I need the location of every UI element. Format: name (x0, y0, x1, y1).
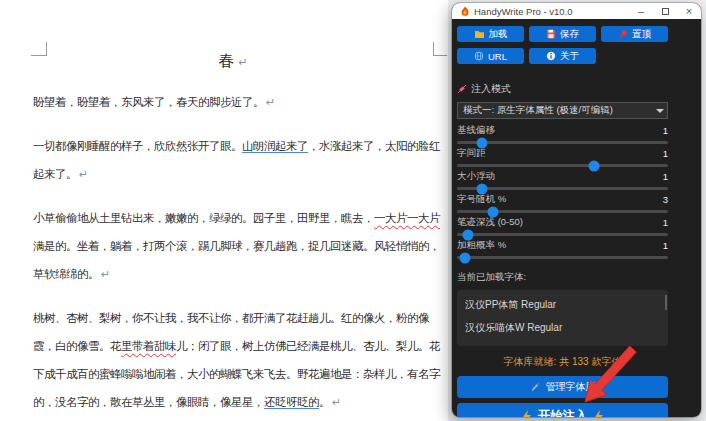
slider-handle[interactable] (462, 229, 473, 240)
desktop-stage: 春↵盼望着，盼望着，东风来了，春天的脚步近了。↵一切都像刚睡醒的样子，欣欣然张开… (0, 0, 706, 421)
slider-handle[interactable] (477, 137, 488, 148)
slider-handle[interactable] (477, 183, 488, 194)
slider-track[interactable] (457, 187, 668, 190)
slider-handle[interactable] (487, 206, 498, 217)
text-segment: 小草偷偷地从土里钻出来，嫩嫩的，绿绿的。园子里，田野里，瞧去， (33, 212, 374, 224)
text-segment: 草软绵绵的。 (33, 268, 99, 280)
text-segment: 春 (218, 52, 236, 69)
doc-line: 起来了。↵ (33, 161, 433, 189)
spellcheck-blue-segment: 还眨呀眨的 (264, 396, 319, 409)
slider-track[interactable] (457, 210, 668, 213)
document-text: 春↵盼望着，盼望着，东风来了，春天的脚步近了。↵一切都像刚睡醒的样子，欣欣然张开… (33, 45, 433, 421)
paragraph-mark: ↵ (238, 56, 247, 68)
slider-value: 1 (663, 217, 668, 228)
about-button-label: 关于 (560, 50, 579, 63)
close-button[interactable]: × (677, 3, 701, 19)
slider-row-2: 大小浮动1 (457, 171, 668, 193)
globe-icon (474, 51, 484, 61)
slider-row-0: 基线偏移1 (457, 125, 668, 147)
text-segment: 下成千成百的蜜蜂嗡嗡地闹着，大小的蝴蝶飞来飞去。野花遍地是：杂样儿，有名字 (33, 368, 440, 380)
slider-value: 1 (663, 240, 668, 251)
brush-icon (530, 382, 540, 392)
slider-row-5: 加粗概率 %1 (457, 240, 668, 262)
start-inject-button[interactable]: 开始注入 (457, 403, 668, 417)
text-segment: ，水涨起来了，太阳的脸红 (308, 140, 440, 152)
doc-line: 桃树、杏树、梨树，你不让我，我不让你，都开满了花赶趟儿。红的像火，粉的像 (33, 305, 433, 333)
url-button[interactable]: URL (457, 48, 524, 64)
text-segment: 一切都像刚睡醒的样子，欣欣然张开了眼。 (33, 140, 242, 152)
slider-row-4: 笔迹深浅 (0-50)1 (457, 217, 668, 239)
doc-line: 盼望着，盼望着，东风来了，春天的脚步近了。↵ (33, 89, 433, 117)
doc-line: 草软绵绵的。↵ (33, 261, 433, 289)
paragraph-mark: ↵ (79, 168, 88, 180)
paragraph-mark: ↵ (101, 268, 110, 280)
dropdown-selected-value: 模式一: 原生字体属性 (极速/可编辑) (458, 104, 652, 117)
slider-label: 加粗概率 % (457, 239, 506, 252)
chevron-down-icon (652, 103, 667, 118)
window-title: HandyWrite Pro - v10.0 (474, 6, 629, 17)
doc-line: 的，没名字的，散在草丛里，像眼睛，像星星，还眨呀眨的。↵ (33, 389, 433, 417)
save-icon (546, 29, 556, 39)
slider-track[interactable] (457, 256, 668, 259)
inject-mode-label: 注入模式 (471, 82, 511, 96)
lightning-icon (522, 410, 532, 417)
folder-icon (474, 30, 485, 39)
font-list-item[interactable]: 汉仪乐喵体W Regular (457, 316, 668, 339)
save-button-label: 保存 (560, 28, 579, 41)
paragraph: 小草偷偷地从土里钻出来，嫩嫩的，绿绿的。园子里，田野里，瞧去，一大片一大片满是的… (33, 205, 433, 289)
paragraph: 一切都像刚睡醒的样子，欣欣然张开了眼。山朗润起来了，水涨起来了，太阳的脸红起来了… (33, 133, 433, 189)
doc-line: 满是的。坐着，躺着，打两个滚，踢几脚球，赛几趟跑，捉几回迷藏。风轻悄悄的， (33, 233, 433, 261)
doc-line: 一切都像刚睡醒的样子，欣欣然张开了眼。山朗润起来了，水涨起来了，太阳的脸红 (33, 133, 433, 161)
pin-top-button-label: 置顶 (632, 28, 651, 41)
manage-font-library-label: 管理字体库 (546, 380, 596, 394)
font-list[interactable]: 汉仪PP体简 Regular汉仪乐喵体W Regular (457, 290, 668, 346)
slider-handle[interactable] (460, 252, 471, 263)
text-segment: 霞，白的像雪。花 (33, 340, 121, 352)
text-segment: 满是的。坐着，躺着，打两个滚，踢几脚球，赛几趟跑，捉几回迷藏。风轻悄悄的， (33, 240, 440, 252)
info-icon (546, 51, 556, 61)
lightning-icon (594, 410, 604, 417)
text-segment: 盼望着，盼望着，东风来了，春天的脚步近了。 (33, 96, 264, 108)
slider-track[interactable] (457, 141, 668, 144)
pin-icon (618, 29, 628, 39)
slider-track[interactable] (457, 233, 668, 236)
slider-value: 3 (663, 194, 668, 205)
slider-handle[interactable] (589, 160, 600, 171)
doc-line: 下成千成百的蜜蜂嗡嗡地闹着，大小的蝴蝶飞来飞去。野花遍地是：杂样儿，有名字 (33, 361, 433, 389)
about-button[interactable]: 关于 (529, 48, 596, 64)
doc-line: 霞，白的像雪。花里带着甜味儿；闭了眼，树上仿佛已经满是桃儿、杏儿、梨儿。花 (33, 333, 433, 361)
pin-top-button[interactable]: 置顶 (601, 26, 668, 42)
spellcheck-blue-segment: 山朗润起来了 (242, 140, 308, 153)
text-segment: 。 (319, 396, 330, 408)
inject-mode-dropdown[interactable]: 模式一: 原生字体属性 (极速/可编辑) (457, 102, 668, 119)
font-list-scrollbar[interactable] (665, 295, 667, 310)
margin-corner-mark-right (433, 42, 447, 56)
inject-mode-section: 注入模式 (457, 82, 701, 96)
document-page[interactable]: 春↵盼望着，盼望着，东风来了，春天的脚步近了。↵一切都像刚睡醒的样子，欣欣然张开… (0, 0, 448, 421)
paragraph: 春↵ (33, 45, 433, 79)
text-segment: 儿；闭了眼，树上仿佛已经满是桃儿、杏儿、梨儿。花 (176, 340, 440, 352)
load-button[interactable]: 加载 (457, 26, 524, 42)
font-list-item[interactable]: 汉仪PP体简 Regular (457, 293, 668, 316)
spellcheck-red-segment: 一大片一大片 (374, 212, 440, 224)
minimize-button[interactable]: – (629, 3, 653, 19)
paragraph: 盼望着，盼望着，东风来了，春天的脚步近了。↵ (33, 89, 433, 117)
paragraph: 桃树、杏树、梨树，你不让我，我不让你，都开满了花赶趟儿。红的像火，粉的像霞，白的… (33, 305, 433, 417)
slider-label: 笔迹深浅 (0-50) (457, 216, 523, 229)
save-button[interactable]: 保存 (529, 26, 596, 42)
window-titlebar[interactable]: HandyWrite Pro - v10.0 – × (452, 3, 701, 19)
slider-label: 字号随机 % (457, 193, 506, 206)
spellcheck-red-segment: 里带着甜味 (121, 340, 176, 352)
slider-label: 大小浮动 (457, 170, 495, 183)
manage-font-library-button[interactable]: 管理字体库 (457, 376, 668, 398)
loaded-fonts-label: 当前已加载字体: (457, 271, 701, 284)
text-segment: 桃树、杏树、梨树，你不让我，我不让你，都开满了花赶趟儿。红的像火，粉的像 (33, 312, 429, 324)
slider-value: 1 (663, 148, 668, 159)
toolbar-row-1: 加载保存置顶 (457, 26, 701, 42)
doc-line: 春↵ (33, 45, 433, 79)
slider-track[interactable] (457, 164, 668, 167)
flame-icon (460, 6, 470, 16)
slider-label: 基线偏移 (457, 124, 495, 137)
text-segment: 起来了。 (33, 168, 77, 180)
maximize-button[interactable] (653, 3, 677, 19)
